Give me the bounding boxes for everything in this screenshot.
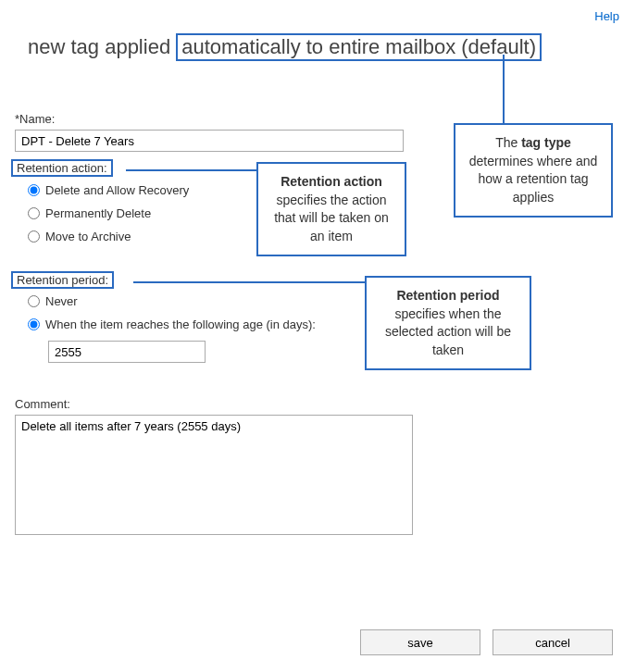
cancel-button[interactable]: cancel (493, 629, 613, 655)
radio-never[interactable] (28, 295, 40, 307)
name-input[interactable] (15, 130, 404, 152)
radio-row-archive[interactable]: Move to Archive (28, 230, 189, 243)
radio-row-delete-allow[interactable]: Delete and Allow Recovery (28, 183, 189, 197)
name-label: *Name: (15, 112, 55, 126)
comment-label: Comment: (15, 397, 70, 411)
comment-input[interactable] (15, 415, 413, 535)
tag-type-highlight: automatically to entire mailbox (default… (176, 33, 542, 61)
title-prefix: new tag applied (28, 35, 176, 58)
radio-delete-allow-label: Delete and Allow Recovery (45, 183, 189, 197)
save-button[interactable]: save (360, 629, 480, 655)
radio-permanent[interactable] (28, 207, 40, 219)
radio-row-age[interactable]: When the item reaches the following age … (28, 317, 316, 331)
callout-retention-period: Retention period specifies when the sele… (365, 276, 531, 370)
retention-action-group: Delete and Allow Recovery Permanently De… (28, 183, 189, 253)
callout-tag-type: The tag type determines where and how a … (454, 123, 613, 218)
radio-permanent-label: Permanently Delete (45, 206, 151, 220)
radio-archive-label: Move to Archive (45, 230, 131, 243)
radio-archive[interactable] (28, 230, 40, 243)
radio-delete-allow[interactable] (28, 184, 40, 196)
radio-age-label: When the item reaches the following age … (45, 317, 316, 331)
retention-period-group: Never When the item reaches the followin… (28, 294, 316, 363)
page-title: new tag applied automatically to entire … (28, 33, 542, 61)
retention-action-label: Retention action: (11, 159, 113, 177)
radio-row-permanent[interactable]: Permanently Delete (28, 206, 189, 220)
days-input[interactable] (48, 341, 206, 363)
help-link[interactable]: Help (594, 9, 619, 23)
callout-retention-action: Retention action specifies the action th… (256, 162, 406, 256)
radio-never-label: Never (45, 294, 78, 308)
retention-period-label: Retention period: (11, 271, 114, 289)
radio-row-never[interactable]: Never (28, 294, 316, 308)
radio-age[interactable] (28, 318, 40, 330)
